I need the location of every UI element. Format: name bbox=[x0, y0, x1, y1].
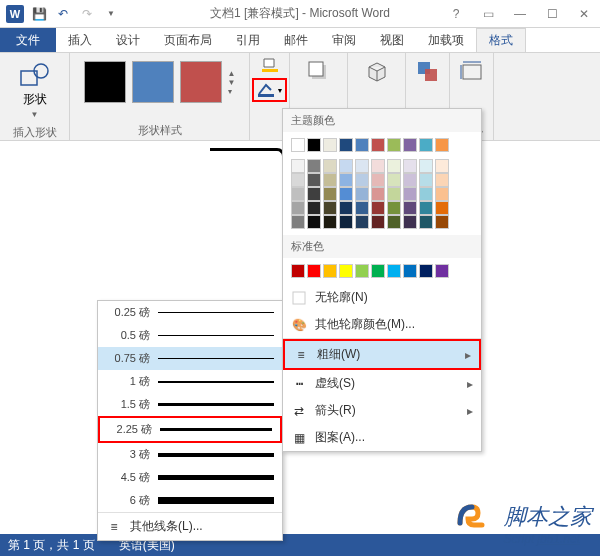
color-swatch[interactable] bbox=[339, 159, 353, 173]
qat-dropdown-icon[interactable]: ▼ bbox=[100, 3, 122, 25]
no-outline-item[interactable]: 无轮廓(N) bbox=[283, 284, 481, 311]
tab-insert[interactable]: 插入 bbox=[56, 28, 104, 52]
page-status[interactable]: 第 1 页，共 1 页 bbox=[8, 537, 95, 554]
color-swatch[interactable] bbox=[371, 173, 385, 187]
color-swatch[interactable] bbox=[403, 159, 417, 173]
color-swatch[interactable] bbox=[307, 187, 321, 201]
tab-references[interactable]: 引用 bbox=[224, 28, 272, 52]
tab-view[interactable]: 视图 bbox=[368, 28, 416, 52]
tab-mail[interactable]: 邮件 bbox=[272, 28, 320, 52]
color-swatch[interactable] bbox=[419, 173, 433, 187]
color-swatch[interactable] bbox=[435, 138, 449, 152]
save-icon[interactable]: 💾 bbox=[28, 3, 50, 25]
arrange-button[interactable] bbox=[411, 57, 445, 87]
shapes-button[interactable]: 形状 ▼ bbox=[15, 57, 55, 123]
shape-fill-button[interactable] bbox=[260, 57, 280, 76]
color-swatch[interactable] bbox=[403, 173, 417, 187]
tab-layout[interactable]: 页面布局 bbox=[152, 28, 224, 52]
color-swatch[interactable] bbox=[371, 187, 385, 201]
color-swatch[interactable] bbox=[419, 159, 433, 173]
color-swatch[interactable] bbox=[323, 138, 337, 152]
color-swatch[interactable] bbox=[435, 187, 449, 201]
arrows-item[interactable]: ⇄ 箭头(R) ▸ bbox=[283, 397, 481, 424]
color-swatch[interactable] bbox=[307, 159, 321, 173]
color-swatch[interactable] bbox=[371, 159, 385, 173]
close-icon[interactable]: ✕ bbox=[572, 4, 596, 24]
threed-button[interactable] bbox=[360, 57, 394, 87]
color-swatch[interactable] bbox=[355, 187, 369, 201]
tab-file[interactable]: 文件 bbox=[0, 28, 56, 52]
word-app-icon[interactable]: W bbox=[4, 3, 26, 25]
color-swatch[interactable] bbox=[419, 138, 433, 152]
undo-icon[interactable]: ↶ bbox=[52, 3, 74, 25]
shadow-button[interactable] bbox=[302, 57, 336, 87]
weight-item[interactable]: ≡ 粗细(W) ▸ bbox=[283, 339, 481, 370]
color-swatch[interactable] bbox=[419, 215, 433, 229]
tab-addins[interactable]: 加载项 bbox=[416, 28, 476, 52]
color-swatch[interactable] bbox=[355, 201, 369, 215]
color-swatch[interactable] bbox=[323, 187, 337, 201]
weight-option[interactable]: 1 磅 bbox=[98, 370, 282, 393]
color-swatch[interactable] bbox=[323, 264, 337, 278]
color-swatch[interactable] bbox=[307, 215, 321, 229]
style-gallery[interactable]: ▲▼▾ bbox=[80, 57, 240, 107]
weight-option[interactable]: 6 磅 bbox=[98, 489, 282, 512]
color-swatch[interactable] bbox=[307, 264, 321, 278]
minimize-icon[interactable]: — bbox=[508, 4, 532, 24]
shape-outline-button[interactable]: ▼ bbox=[252, 78, 288, 102]
drawn-shape[interactable] bbox=[210, 148, 285, 168]
color-swatch[interactable] bbox=[307, 201, 321, 215]
weight-option[interactable]: 2.25 磅 bbox=[98, 416, 282, 443]
color-swatch[interactable] bbox=[435, 264, 449, 278]
color-swatch[interactable] bbox=[355, 215, 369, 229]
more-lines-item[interactable]: ≡ 其他线条(L)... bbox=[98, 513, 282, 540]
weight-option[interactable]: 0.5 磅 bbox=[98, 324, 282, 347]
style-swatch-red[interactable] bbox=[180, 61, 222, 103]
dashes-item[interactable]: ┅ 虚线(S) ▸ bbox=[283, 370, 481, 397]
color-swatch[interactable] bbox=[419, 264, 433, 278]
color-swatch[interactable] bbox=[355, 159, 369, 173]
color-swatch[interactable] bbox=[435, 173, 449, 187]
color-swatch[interactable] bbox=[435, 215, 449, 229]
color-swatch[interactable] bbox=[371, 215, 385, 229]
color-swatch[interactable] bbox=[403, 187, 417, 201]
color-swatch[interactable] bbox=[291, 201, 305, 215]
style-swatch-black[interactable] bbox=[84, 61, 126, 103]
weight-option[interactable]: 0.25 磅 bbox=[98, 301, 282, 324]
color-swatch[interactable] bbox=[339, 215, 353, 229]
color-swatch[interactable] bbox=[355, 138, 369, 152]
color-swatch[interactable] bbox=[291, 173, 305, 187]
color-swatch[interactable] bbox=[339, 138, 353, 152]
color-swatch[interactable] bbox=[307, 138, 321, 152]
color-swatch[interactable] bbox=[419, 201, 433, 215]
color-swatch[interactable] bbox=[323, 201, 337, 215]
weight-option[interactable]: 3 磅 bbox=[98, 443, 282, 466]
tab-review[interactable]: 审阅 bbox=[320, 28, 368, 52]
color-swatch[interactable] bbox=[323, 173, 337, 187]
color-swatch[interactable] bbox=[291, 159, 305, 173]
tab-format[interactable]: 格式 bbox=[476, 28, 526, 52]
color-swatch[interactable] bbox=[387, 173, 401, 187]
ribbon-options-icon[interactable]: ▭ bbox=[476, 4, 500, 24]
size-button[interactable] bbox=[455, 57, 489, 87]
color-swatch[interactable] bbox=[355, 173, 369, 187]
color-swatch[interactable] bbox=[371, 201, 385, 215]
weight-option[interactable]: 1.5 磅 bbox=[98, 393, 282, 416]
color-swatch[interactable] bbox=[355, 264, 369, 278]
color-swatch[interactable] bbox=[371, 264, 385, 278]
color-swatch[interactable] bbox=[387, 201, 401, 215]
color-swatch[interactable] bbox=[435, 201, 449, 215]
color-swatch[interactable] bbox=[403, 138, 417, 152]
gallery-more-icon[interactable]: ▲▼▾ bbox=[228, 61, 236, 103]
color-swatch[interactable] bbox=[435, 159, 449, 173]
weight-option[interactable]: 0.75 磅 bbox=[98, 347, 282, 370]
color-swatch[interactable] bbox=[323, 159, 337, 173]
color-swatch[interactable] bbox=[323, 215, 337, 229]
color-swatch[interactable] bbox=[387, 138, 401, 152]
color-swatch[interactable] bbox=[403, 215, 417, 229]
color-swatch[interactable] bbox=[291, 187, 305, 201]
color-swatch[interactable] bbox=[403, 264, 417, 278]
color-swatch[interactable] bbox=[291, 264, 305, 278]
pattern-item[interactable]: ▦ 图案(A)... bbox=[283, 424, 481, 451]
tab-design[interactable]: 设计 bbox=[104, 28, 152, 52]
